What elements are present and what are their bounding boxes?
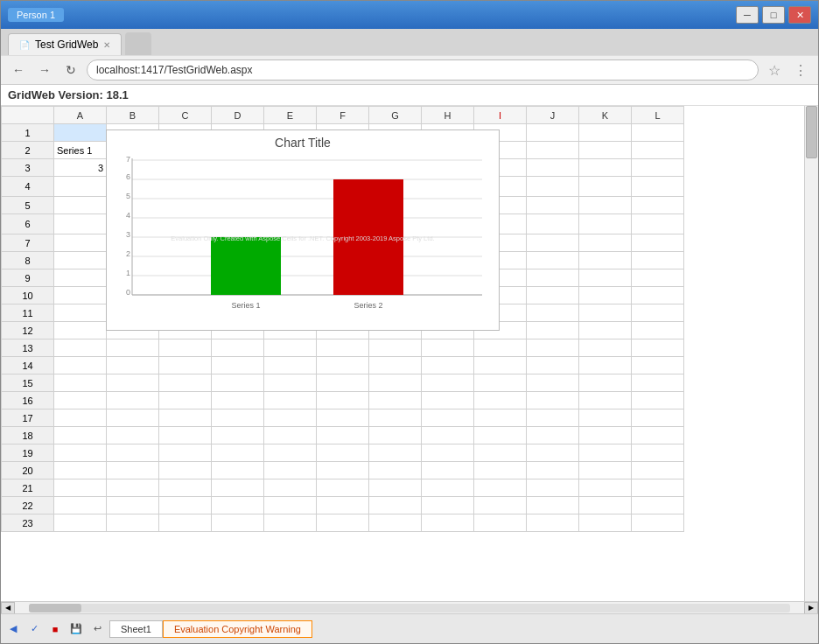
active-tab[interactable]: 📄 Test GridWeb ✕ xyxy=(8,33,122,55)
browser-chrome: 📄 Test GridWeb ✕ ← → ↻ localhost:1417/Te… xyxy=(1,29,818,85)
table-row: 21 xyxy=(2,480,684,497)
row-header-6: 6 xyxy=(2,214,54,234)
col-header-g[interactable]: G xyxy=(369,107,422,124)
table-row: 15 xyxy=(2,374,684,392)
bookmark-icon[interactable]: ☆ xyxy=(764,62,785,79)
user-badge: Person 1 xyxy=(8,8,64,22)
svg-text:0: 0 xyxy=(126,288,130,297)
cell-a3[interactable]: 3 xyxy=(54,159,107,177)
cell-a6[interactable] xyxy=(54,214,107,234)
col-header-e[interactable]: E xyxy=(264,107,317,124)
chart-container: Chart Title 0 1 2 3 4 5 6 7 xyxy=(106,130,500,331)
forward-button[interactable]: → xyxy=(34,60,55,80)
url-text: localhost:1417/TestGridWeb.aspx xyxy=(96,64,253,76)
col-header-c[interactable]: C xyxy=(159,107,212,124)
cell-k6[interactable] xyxy=(579,214,632,234)
chart-svg: 0 1 2 3 4 5 6 7 xyxy=(115,153,491,319)
cell-l3[interactable] xyxy=(632,159,684,177)
sheet1-tab[interactable]: Sheet1 xyxy=(109,620,163,638)
cell-a5[interactable] xyxy=(54,197,107,214)
close-button[interactable]: ✕ xyxy=(788,6,811,24)
content-area: GridWeb Version: 18.1 A B C D E xyxy=(1,85,818,613)
table-row: 16 xyxy=(2,392,684,410)
minimize-button[interactable]: ─ xyxy=(736,6,759,24)
warning-tab[interactable]: Evaluation Copyright Warning xyxy=(163,620,312,638)
close-tab-icon[interactable]: ✕ xyxy=(103,40,110,50)
browser-window: Person 1 ─ □ ✕ 📄 Test GridWeb ✕ ← → ↻ lo… xyxy=(0,0,819,644)
row-header-5: 5 xyxy=(2,197,54,214)
grid-area: A B C D E F G H I J K L xyxy=(1,106,818,601)
chart-watermark: Evaluation Only. Created with Aspose.Cel… xyxy=(171,234,434,242)
table-row: 18 xyxy=(2,427,684,444)
cell-l5[interactable] xyxy=(632,197,684,214)
row-header-4: 4 xyxy=(2,177,54,197)
col-header-d[interactable]: D xyxy=(212,107,264,124)
cell-j2[interactable] xyxy=(527,142,579,159)
cell-k2[interactable] xyxy=(579,142,632,159)
cell-a2[interactable]: Series 1 xyxy=(54,142,107,159)
tab-label: Test GridWeb xyxy=(35,38,98,51)
cell-k5[interactable] xyxy=(579,197,632,214)
cell-l1[interactable] xyxy=(632,124,684,142)
cell-k3[interactable] xyxy=(579,159,632,177)
col-header-h[interactable]: H xyxy=(422,107,474,124)
col-header-l[interactable]: L xyxy=(632,107,684,124)
maximize-button[interactable]: □ xyxy=(762,6,785,24)
col-header-b[interactable]: B xyxy=(107,107,159,124)
table-row: 14 xyxy=(2,357,684,374)
col-header-i[interactable]: I xyxy=(474,107,527,124)
scroll-left-arrow[interactable]: ◀ xyxy=(1,602,15,614)
row-header-1: 1 xyxy=(2,124,54,142)
table-row: 20 xyxy=(2,462,684,480)
col-header-j[interactable]: J xyxy=(527,107,579,124)
refresh-button[interactable]: ↻ xyxy=(60,60,81,80)
scroll-track xyxy=(29,604,790,612)
bottom-bar: ◀ ✓ ■ 💾 ↩ Sheet1 Evaluation Copyright Wa… xyxy=(1,613,818,643)
cell-l4[interactable] xyxy=(632,177,684,197)
col-header-f[interactable]: F xyxy=(317,107,369,124)
svg-text:Series 2: Series 2 xyxy=(354,301,382,310)
svg-text:Series 1: Series 1 xyxy=(231,301,260,310)
nav-bar: ← → ↻ localhost:1417/TestGridWeb.aspx ☆ … xyxy=(1,55,818,84)
cell-j1[interactable] xyxy=(527,124,579,142)
nav-prev-icon[interactable]: ✓ xyxy=(25,620,43,638)
menu-icon[interactable]: ⋮ xyxy=(790,62,811,79)
gridweb-version: GridWeb Version: 18.1 xyxy=(1,85,818,106)
cell-k4[interactable] xyxy=(579,177,632,197)
table-row: 22 xyxy=(2,497,684,514)
nav-undo-icon[interactable]: ↩ xyxy=(88,620,106,638)
vertical-scrollbar[interactable] xyxy=(804,106,818,601)
table-row: 13 xyxy=(2,340,684,357)
svg-text:3: 3 xyxy=(126,230,130,239)
cell-k1[interactable] xyxy=(579,124,632,142)
col-header-a[interactable]: A xyxy=(54,107,107,124)
cell-a4[interactable] xyxy=(54,177,107,197)
table-row: 23 xyxy=(2,514,684,532)
nav-save-icon[interactable]: ■ xyxy=(46,620,64,638)
cell-j6[interactable] xyxy=(527,214,579,234)
horizontal-scrollbar[interactable]: ◀ ▶ xyxy=(1,601,818,613)
title-bar-left: Person 1 xyxy=(8,8,64,22)
nav-first-icon[interactable]: ◀ xyxy=(4,620,22,638)
cell-j5[interactable] xyxy=(527,197,579,214)
cell-l6[interactable] xyxy=(632,214,684,234)
column-header-row: A B C D E F G H I J K L xyxy=(2,107,684,124)
scroll-thumb[interactable] xyxy=(29,604,81,612)
back-button[interactable]: ← xyxy=(8,60,29,80)
scroll-right-arrow[interactable]: ▶ xyxy=(804,602,818,614)
svg-text:5: 5 xyxy=(126,192,130,200)
col-header-k[interactable]: K xyxy=(579,107,632,124)
cell-l2[interactable] xyxy=(632,142,684,159)
address-bar[interactable]: localhost:1417/TestGridWeb.aspx xyxy=(87,60,759,80)
bottom-icons: ◀ ✓ ■ 💾 ↩ xyxy=(4,620,106,638)
cell-a1[interactable] xyxy=(54,124,107,142)
nav-disk-icon[interactable]: 💾 xyxy=(67,620,85,638)
grid-scroll[interactable]: A B C D E F G H I J K L xyxy=(1,106,804,601)
scrollbar-thumb[interactable] xyxy=(806,106,817,158)
spreadsheet-container: A B C D E F G H I J K L xyxy=(1,106,818,613)
cell-j4[interactable] xyxy=(527,177,579,197)
chart-bar-series1 xyxy=(211,237,281,295)
cell-j3[interactable] xyxy=(527,159,579,177)
svg-text:4: 4 xyxy=(126,211,130,220)
svg-text:7: 7 xyxy=(126,155,130,164)
